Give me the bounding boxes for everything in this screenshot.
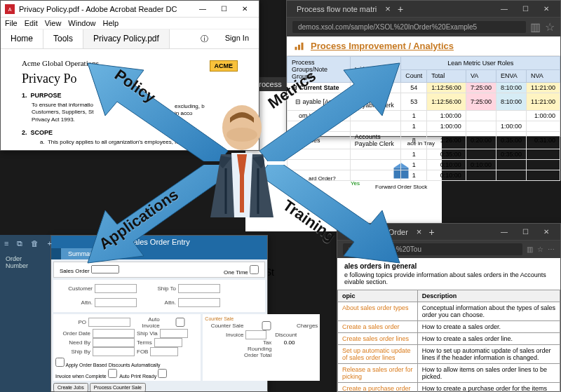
col-nva[interactable]: NVA	[526, 69, 560, 83]
so-tab-summary[interactable]: Summary	[61, 248, 102, 259]
signin-link[interactable]: Sign In	[215, 29, 259, 48]
close-tab-icon[interactable]: ×	[382, 4, 393, 14]
maximize-button[interactable]: ☐	[515, 2, 535, 16]
company-name: Acme Global Operations	[22, 59, 238, 67]
col-va[interactable]: VA	[466, 69, 496, 83]
so-title: Sales Order Entry	[51, 236, 267, 248]
auto-print-check[interactable]	[158, 369, 167, 378]
create-jobs-button[interactable]: Create Jobs	[53, 383, 88, 392]
add-icon[interactable]: +	[47, 239, 51, 248]
attn-input[interactable]	[95, 298, 137, 307]
fob-input[interactable]	[150, 347, 178, 356]
menu-icon[interactable]: ≡	[4, 239, 8, 248]
metric-row[interactable]: Payables11:00:001:00:00	[288, 121, 560, 132]
inv-complete-check[interactable]	[108, 369, 117, 378]
col-init[interactable]: Initiating Roles	[350, 57, 401, 83]
app-sidebar: ≡ ⧉ 🗑 + Order Number	[0, 235, 50, 392]
metric-row[interactable]: ⊟ Current State541:12:56:007:25:008:10:0…	[288, 83, 560, 93]
favorite-icon[interactable]: ☆	[537, 245, 543, 253]
apply-disc-check[interactable]	[55, 358, 65, 367]
pdf-titlebar: A Privacy Policy.pdf - Adobe Acrobat Rea…	[1, 1, 259, 18]
training-row: Set up automatic update of sales order l…	[338, 345, 560, 364]
needby-input[interactable]	[93, 338, 135, 347]
process-counter-button[interactable]: Process Counter Sale	[90, 383, 146, 392]
training-row: Create sales order linesHow to create a …	[338, 333, 560, 345]
pdf-title: Privacy Policy.pdf - Adobe Acrobat Reade…	[19, 5, 193, 13]
minimize-button[interactable]: —	[494, 225, 514, 239]
metric-row[interactable]: 10:10:00	[288, 170, 560, 181]
col-count[interactable]: Count	[401, 69, 427, 83]
menu-view[interactable]: View	[45, 19, 62, 27]
training-table: opicDescription About sales order typesC…	[337, 290, 560, 392]
new-tab-button[interactable]: +	[393, 4, 407, 15]
metrics-tab[interactable]: Process flow note matri	[291, 5, 382, 13]
terms-input[interactable]	[154, 338, 182, 347]
reading-view-icon[interactable]: ▥	[527, 245, 533, 253]
svg-point-11	[227, 128, 257, 142]
svg-rect-12	[240, 174, 244, 212]
training-row: About sales order typesConceptual inform…	[338, 302, 560, 321]
metric-row[interactable]: 10:10:000:10:00	[288, 160, 560, 170]
menu-help[interactable]: Help	[102, 19, 119, 27]
po-input[interactable]	[88, 318, 130, 327]
training-tab[interactable]: reate Sales Order	[342, 228, 414, 236]
pdf-info-icon[interactable]: ⓘ	[194, 29, 215, 48]
col-enva[interactable]: ENVA	[496, 69, 526, 83]
url-input[interactable]: demos.xsol.com/sample/XSOL%20InOrder%20E…	[292, 21, 526, 33]
menu-file[interactable]: File	[5, 19, 18, 27]
training-header: ales orders in general	[337, 258, 560, 271]
so-tabbar: Summary History	[51, 248, 267, 259]
training-row: Release a sales order for pickingHow to …	[338, 364, 560, 383]
metric-row[interactable]: nvoicesAccounts Payable Clerk81:26:000:2…	[288, 132, 560, 149]
order-number-label: Order Number	[0, 252, 50, 272]
favorite-icon[interactable]: ☆	[545, 20, 555, 34]
proc-yes: Yes	[351, 180, 360, 187]
training-url[interactable]: matai:85/XSOL%20Tou	[343, 243, 522, 255]
metrics-header: Process Improvement / Analytics	[287, 36, 560, 56]
chart-icon	[294, 41, 306, 51]
svg-rect-3	[295, 46, 297, 50]
invoice-input[interactable]	[245, 330, 266, 339]
menu-edit[interactable]: Edit	[25, 19, 38, 27]
minimize-button[interactable]: —	[494, 2, 514, 16]
col-topic: opic	[338, 290, 418, 302]
shipby-input[interactable]	[93, 347, 135, 356]
tab-home[interactable]: Home	[1, 29, 43, 48]
maximize-button[interactable]: ☐	[214, 2, 234, 16]
more-icon[interactable]: ⋯	[548, 245, 555, 253]
maximize-button[interactable]: ☐	[515, 225, 535, 239]
close-button[interactable]: ✕	[536, 225, 556, 239]
tab-doc[interactable]: Privacy Policy.pdf	[83, 29, 170, 48]
attn2-input[interactable]	[178, 298, 220, 307]
acme-logo: ACME	[210, 60, 238, 72]
delete-icon[interactable]: 🗑	[31, 239, 39, 248]
auto-invoice-check[interactable]	[162, 318, 199, 327]
menu-window[interactable]: Window	[68, 19, 95, 27]
copy-icon[interactable]: ⧉	[17, 239, 22, 248]
close-button[interactable]: ✕	[235, 2, 255, 16]
pdf-menubar: File Edit View Window Help	[1, 18, 259, 29]
orderdate-input[interactable]	[93, 329, 135, 338]
reading-view-icon[interactable]: ▥	[530, 20, 541, 34]
one-time-check[interactable]	[250, 265, 259, 274]
counter-check[interactable]	[245, 321, 288, 330]
metric-row[interactable]: ⊟ ayable [As-Is]Accounts Payable Clerk53…	[288, 93, 560, 111]
pdf-tabbar: Home Tools Privacy Policy.pdf ⓘ Sign In	[1, 29, 259, 49]
metric-row[interactable]: om Vendor11:00:001:00:00	[288, 111, 560, 121]
minimize-button[interactable]: —	[193, 2, 212, 16]
shipvia-input[interactable]	[160, 329, 188, 338]
section-purpose: PURPOSE	[31, 92, 62, 99]
sidebar-toolbar: ≡ ⧉ 🗑 +	[0, 235, 50, 252]
svg-text:A: A	[8, 6, 12, 11]
metric-row[interactable]: 10:35:000:35:00	[288, 149, 560, 160]
tab-tools[interactable]: Tools	[43, 29, 83, 48]
new-tab-button[interactable]: +	[424, 227, 438, 238]
col-total[interactable]: Total	[427, 69, 466, 83]
close-tab-icon[interactable]: ×	[414, 227, 425, 237]
sales-order-input[interactable]	[91, 265, 119, 273]
metrics-addressbar: demos.xsol.com/sample/XSOL%20InOrder%20E…	[287, 18, 560, 36]
training-row: Create a purchase order from a sales ord…	[338, 383, 560, 393]
close-button[interactable]: ✕	[536, 2, 556, 16]
customer-input[interactable]	[95, 284, 137, 293]
shipto-input[interactable]	[178, 284, 220, 293]
